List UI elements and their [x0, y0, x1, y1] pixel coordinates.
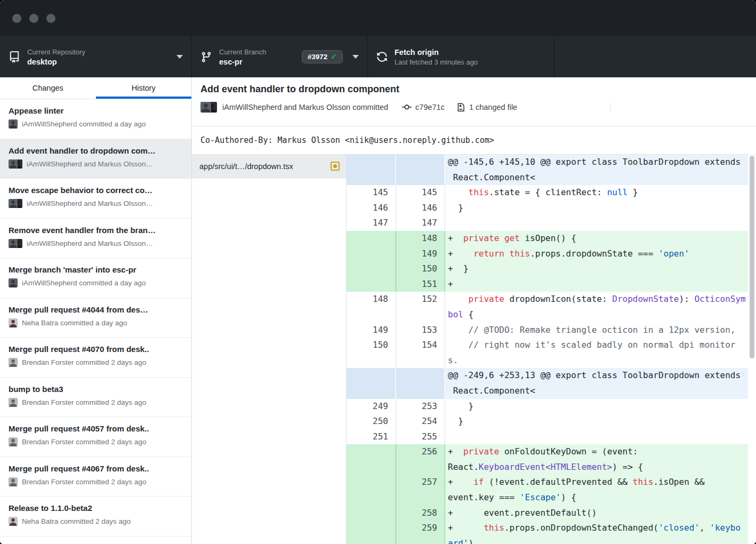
minimize-icon[interactable] — [29, 14, 38, 23]
new-line-number: 150 — [396, 261, 445, 277]
old-line-number: 147 — [347, 215, 396, 231]
commit-list-item[interactable]: Add event handler to dropdown com…iAmWil… — [0, 139, 191, 179]
old-line-number: 145 — [347, 185, 396, 201]
toolbar: Current Repository desktop Current Branc… — [0, 36, 756, 77]
new-line-number: 154 — [396, 338, 445, 368]
diff-code — [445, 429, 748, 445]
commit-list-title: Merge pull request #4044 from des… — [9, 305, 183, 314]
avatar — [9, 358, 18, 367]
new-line-number: 148 — [396, 231, 445, 246]
avatar — [9, 199, 22, 208]
avatar — [9, 239, 22, 248]
git-commit-icon — [402, 102, 412, 112]
old-line-number: 250 — [347, 414, 396, 429]
old-line-number — [347, 155, 396, 185]
branch-picker[interactable]: Current Branch esc-pr #3972 ✓ — [192, 36, 368, 77]
pr-badge[interactable]: #3972 ✓ — [302, 50, 343, 63]
commit-list-meta: iAmWillShepherd committed a day ago — [9, 278, 183, 287]
old-line-number — [347, 368, 396, 398]
new-line-number: 255 — [396, 429, 445, 445]
fetch-origin-button[interactable]: Fetch origin Last fetched 3 minutes ago — [368, 36, 554, 77]
commit-list-item[interactable]: Move escape behavior to correct co…iAmWi… — [0, 179, 191, 219]
diff-context-line: 146146 } — [347, 201, 748, 216]
commit-list-item[interactable]: Merge pull request #4050 from desk.. — [0, 537, 191, 544]
old-line-number: 150 — [347, 338, 396, 368]
commit-list-item[interactable]: Merge pull request #4057 from desk..Bren… — [0, 417, 191, 457]
old-line-number: 146 — [347, 201, 396, 216]
commit-list-item[interactable]: Remove event handler from the bran…iAmWi… — [0, 219, 191, 259]
diff-added-line: 151+ — [347, 277, 748, 292]
commit-list-item[interactable]: Merge pull request #4067 from desk..Bren… — [0, 457, 191, 497]
avatar — [9, 477, 18, 486]
scrollbar-thumb[interactable] — [750, 156, 754, 358]
old-line-number — [347, 444, 396, 475]
avatar — [9, 278, 18, 287]
file-diff-icon — [456, 103, 465, 112]
diff-code: // @TODO: Remake triangle octicon in a 1… — [445, 323, 748, 338]
diff-code: + if (!event.defaultPrevented && this.is… — [445, 475, 748, 505]
repository-name: desktop — [27, 58, 85, 66]
new-line-number: 149 — [396, 246, 445, 262]
commit-list-item[interactable]: Merge pull request #4070 from desk..Bren… — [0, 338, 191, 378]
commit-list-item[interactable]: bump to beta3Brendan Forster committed 2… — [0, 378, 191, 418]
commit-list-meta: Neha Batra committed 2 days ago — [9, 517, 183, 526]
diff-code: this.state = { clientRect: null } — [445, 185, 748, 201]
new-line-number: 258 — [396, 506, 445, 521]
zoom-icon[interactable] — [46, 14, 55, 23]
branch-name: esc-pr — [219, 58, 266, 66]
old-line-number: 249 — [347, 399, 396, 414]
commit-list-meta: Brendan Forster committed 2 days ago — [9, 477, 183, 486]
diff-hunk-header: @@ -145,6 +145,10 @@ export class Toolba… — [347, 155, 748, 185]
commit-list-meta: iAmWillShepherd committed a day ago — [9, 119, 183, 129]
diff-added-line: 150+ } — [347, 261, 748, 277]
diff-code: private dropdownIcon(state: DropdownStat… — [445, 292, 748, 322]
avatar — [9, 159, 22, 169]
diff-scrollbar[interactable] — [748, 155, 756, 544]
commit-list-item[interactable]: Release to 1.1.0-beta2Neha Batra committ… — [0, 497, 191, 537]
diff-added-line: 258+ event.preventDefault() — [347, 506, 748, 521]
commit-list-title: Merge branch 'master' into esc-pr — [9, 265, 183, 274]
chevron-down-icon — [176, 55, 183, 59]
old-line-number: 148 — [347, 292, 396, 322]
old-line-number: 251 — [347, 429, 396, 445]
app-window: Current Repository desktop Current Branc… — [0, 0, 756, 544]
commit-list-item[interactable]: Merge branch 'master' into esc-priAmWill… — [0, 258, 191, 298]
diff-code: + private get isOpen() { — [445, 231, 748, 246]
repository-picker[interactable]: Current Repository desktop — [0, 36, 192, 77]
diff-context-line: 150154 // right now it's scaled badly on… — [347, 338, 748, 368]
tab-changes[interactable]: Changes — [0, 77, 96, 99]
old-line-number — [347, 231, 396, 246]
commit-list-title: Merge pull request #4067 from desk.. — [9, 464, 183, 473]
diff-code: @@ -249,6 +253,13 @@ export class Toolba… — [445, 368, 748, 398]
commit-description: Co-Authored-By: Markus Olsson <niik@user… — [192, 126, 756, 155]
diff-code: } — [445, 399, 748, 414]
new-line-number: 153 — [396, 323, 445, 338]
titlebar[interactable] — [0, 0, 756, 36]
commit-list-item[interactable]: Appease linteriAmWillShepherd committed … — [0, 99, 191, 139]
commit-list-title: Remove event handler from the bran… — [9, 226, 183, 235]
commit-sha[interactable]: c79e71c — [415, 103, 445, 111]
diff-context-line: 147147 — [347, 215, 748, 231]
file-list-item[interactable]: app/src/ui/t…/dropdown.tsx — [192, 155, 346, 178]
commit-list-item[interactable]: Merge pull request #4044 from des…Neha B… — [0, 298, 191, 338]
commit-detail-pane: Add event handler to dropdown component … — [192, 77, 756, 544]
new-line-number — [396, 368, 445, 398]
tab-history[interactable]: History — [96, 77, 192, 99]
diff-context-line: 249253 } — [347, 399, 748, 414]
avatar — [9, 398, 18, 407]
diff-context-line: 251255 — [347, 429, 748, 445]
old-line-number — [347, 277, 396, 292]
diff-code: // right now it's scaled badly on normal… — [445, 338, 748, 368]
new-line-number: 254 — [396, 414, 445, 429]
commit-list-meta: Brendan Forster committed 2 days ago — [9, 358, 183, 367]
diff-code: + private onFoldoutKeyDown = (event: Rea… — [445, 444, 748, 475]
diff-added-line: 149+ return this.props.dropdownState ===… — [347, 246, 748, 262]
old-line-number — [347, 261, 396, 277]
new-line-number: 145 — [396, 185, 445, 201]
sync-icon — [376, 51, 388, 62]
close-icon[interactable] — [12, 14, 21, 23]
commit-list-meta: iAmWillShepherd and Markus Olsson… — [9, 239, 183, 248]
avatar — [9, 437, 18, 446]
commit-list-title: Merge pull request #4070 from desk.. — [9, 345, 183, 354]
new-line-number: 253 — [396, 399, 445, 414]
